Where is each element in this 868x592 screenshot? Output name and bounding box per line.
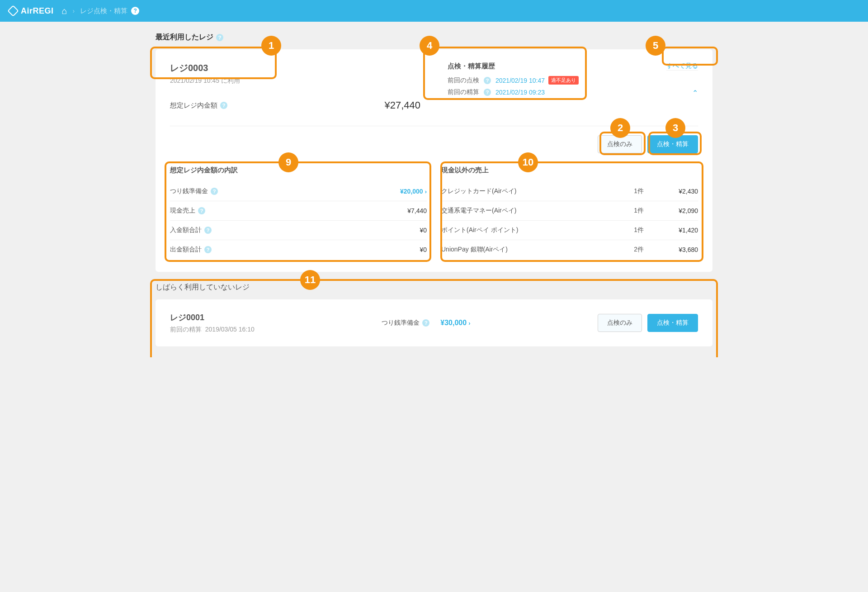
help-icon[interactable]: ? (131, 7, 139, 15)
help-icon[interactable]: ? (216, 34, 223, 41)
breakdown-row: 現金売上?¥7,440 (170, 201, 427, 221)
prev-settle-label: 前回の精算 (448, 88, 479, 96)
noncash-row: ポイント(Airペイ ポイント)1件¥1,420 (441, 221, 698, 240)
help-icon[interactable]: ? (204, 227, 212, 234)
unused-register-card: レジ0001 前回の精算 2019/03/05 16:10 つり銭準備金 ? ¥… (156, 299, 712, 346)
help-icon[interactable]: ? (484, 77, 491, 84)
breadcrumb: レジ点検・精算 (80, 7, 127, 15)
noncash-row: UnionPay 銀聯(Airペイ)2件¥3,680 (441, 240, 698, 259)
help-icon[interactable]: ? (422, 319, 429, 327)
recent-register-card: 1 4 5 レジ0003 2021/02/19 10:45 に利用 想定レジ内金… (156, 49, 712, 272)
help-icon[interactable]: ? (220, 102, 227, 109)
history-title: 点検・精算履歴 (448, 62, 579, 71)
see-all-link[interactable]: すべて見る (666, 62, 698, 70)
noncash-row: 交通系電子マネー(Airペイ)1件¥2,090 (441, 201, 698, 221)
breakdown-row: 出金額合計?¥0 (170, 240, 427, 259)
chevron-up-icon[interactable]: ⌃ (692, 89, 698, 97)
noncash-row: クレジットカード(Airペイ)1件¥2,430 (441, 182, 698, 201)
expected-amount-label: 想定レジ内金額 ? (170, 101, 227, 110)
unused-last-settle: 前回の精算 2019/03/05 16:10 (170, 326, 255, 334)
help-icon[interactable]: ? (484, 89, 491, 96)
prev-check-label: 前回の点検 (448, 76, 479, 85)
top-bar: AirREGI ⌂ › レジ点検・精算 ? (0, 0, 868, 22)
app-logo: AirREGI (9, 6, 54, 16)
home-icon[interactable]: ⌂ (62, 6, 67, 16)
discrepancy-badge: 過不足あり (548, 76, 579, 85)
breakdown-row: つり銭準備金?¥20,000› (170, 182, 427, 201)
breakdown-title: 想定レジ内金額の内訳 (170, 166, 427, 175)
prev-settle-link[interactable]: 2021/02/19 09:23 (495, 89, 545, 96)
check-settle-button[interactable]: 点検・精算 (647, 314, 698, 332)
logo-icon (7, 5, 19, 16)
logo-text: AirREGI (21, 6, 54, 16)
check-only-button[interactable]: 点検のみ (598, 314, 642, 332)
check-settle-button[interactable]: 点検・精算 (647, 135, 698, 153)
noncash-title: 現金以外の売上 (441, 166, 698, 175)
help-icon[interactable]: ? (204, 246, 212, 253)
change-fund-amount[interactable]: ¥30,000› (440, 319, 470, 327)
chevron-right-icon: › (468, 320, 470, 327)
register-name: レジ0003 (170, 62, 420, 74)
prev-check-link[interactable]: 2021/02/19 10:47 (495, 77, 545, 84)
unused-register-name: レジ0001 (170, 312, 255, 323)
check-only-button[interactable]: 点検のみ (598, 135, 642, 153)
unused-section-title: しばらく利用していないレジ (156, 283, 712, 292)
chevron-right-icon: › (73, 7, 75, 14)
register-used-at: 2021/02/19 10:45 に利用 (170, 77, 420, 85)
recent-section-title: 最近利用したレジ ? (156, 33, 712, 42)
help-icon[interactable]: ? (198, 207, 205, 214)
breakdown-row: 入金額合計?¥0 (170, 221, 427, 240)
change-fund-label: つり銭準備金 (382, 319, 420, 327)
help-icon[interactable]: ? (211, 188, 218, 195)
expected-amount-value: ¥27,440 (384, 99, 420, 111)
